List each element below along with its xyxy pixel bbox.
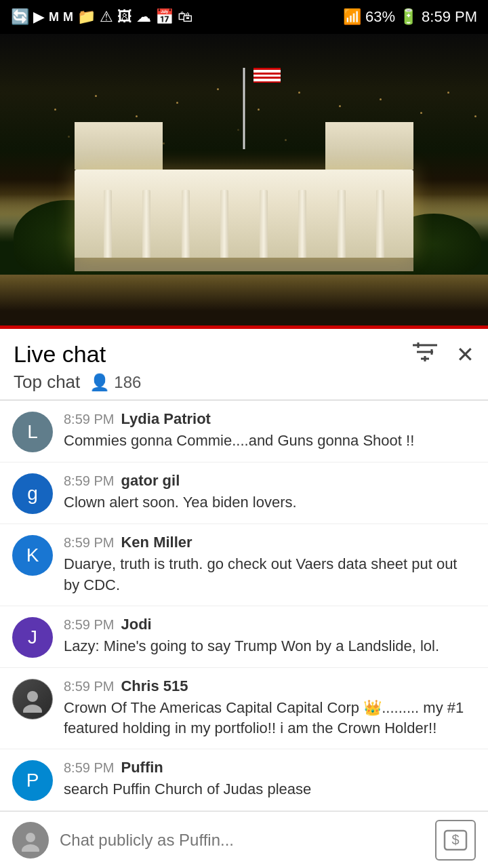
wh-base	[75, 258, 413, 271]
chat-title: Live chat	[14, 341, 106, 368]
wh-column	[338, 190, 346, 258]
sync-icon: 🔄	[11, 8, 29, 26]
svg-text:$: $	[451, 832, 459, 847]
wh-column	[260, 190, 268, 258]
svg-point-9	[22, 844, 39, 852]
chat-header: Live chat ✕ Top chat 👤 186	[0, 329, 488, 400]
message-text: Lazy: Mine's going to say Trump Won by a…	[64, 636, 476, 657]
message-meta: 8:59 PM Lydia Patriot	[64, 410, 476, 428]
chat-input[interactable]	[60, 831, 424, 850]
message-time: 8:59 PM	[64, 760, 114, 776]
wh-column	[298, 190, 306, 258]
message-author: Chris 515	[121, 677, 188, 695]
avatar: P	[12, 760, 53, 801]
chat-mode[interactable]: Top chat	[14, 372, 80, 393]
message-text: Crown Of The Americas Capital Capital Co…	[64, 698, 476, 740]
message-author: Lydia Patriot	[121, 410, 210, 428]
m-icon: M	[49, 10, 59, 24]
avatar: g	[12, 473, 53, 514]
status-icons: 🔄 ▶ M M 📁 ⚠ 🖼 ☁ 📅 🛍	[11, 8, 192, 26]
message-text: search Puffin Church of Judas please	[64, 779, 476, 800]
message-content: 8:59 PM Ken Miller Duarye, truth is trut…	[64, 534, 476, 596]
avatar: J	[12, 617, 53, 658]
wh-wing-right	[325, 122, 413, 170]
calendar-icon: 📅	[155, 8, 174, 26]
send-button[interactable]: $	[435, 820, 476, 861]
wh-column	[220, 190, 228, 258]
wh-main-building	[75, 170, 413, 258]
chat-message-1: L 8:59 PM Lydia Patriot Commies gonna Co…	[0, 401, 488, 462]
youtube-icon: ▶	[33, 8, 45, 26]
message-time: 8:59 PM	[64, 535, 114, 551]
status-bar: 🔄 ▶ M M 📁 ⚠ 🖼 ☁ 📅 🛍 📶 63% 🔋 8:59 PM	[0, 0, 488, 34]
flag	[253, 68, 281, 83]
photos-icon: 🖼	[117, 8, 132, 26]
input-user-avatar	[12, 822, 49, 859]
wifi-icon: 📶	[343, 8, 361, 26]
message-content: 8:59 PM Jodi Lazy: Mine's going to say T…	[64, 616, 476, 657]
message-author: Puffin	[121, 759, 163, 776]
white-house	[75, 122, 413, 271]
wh-column	[104, 190, 112, 258]
viewer-count: 👤 186	[89, 373, 141, 392]
avatar: L	[12, 412, 53, 452]
alert-icon: ⚠	[100, 8, 113, 26]
chat-message-5: 8:59 PM Chris 515 Crown Of The Americas …	[0, 668, 488, 750]
message-meta: 8:59 PM Puffin	[64, 759, 476, 776]
viewer-count-number: 186	[114, 373, 141, 392]
chat-message-6: P 8:59 PM Puffin search Puffin Church of…	[0, 749, 488, 811]
chat-messages-container: L 8:59 PM Lydia Patriot Commies gonna Co…	[0, 401, 488, 868]
folder-icon: 📁	[77, 8, 96, 26]
avatar	[12, 679, 53, 719]
message-time: 8:59 PM	[64, 617, 114, 633]
m2-icon: M	[63, 10, 73, 24]
svg-point-6	[27, 691, 38, 702]
message-time: 8:59 PM	[64, 679, 114, 694]
chat-message-3: K 8:59 PM Ken Miller Duarye, truth is tr…	[0, 524, 488, 606]
close-button[interactable]: ✕	[456, 342, 474, 368]
wh-column	[376, 190, 384, 258]
battery-icon: 🔋	[399, 8, 418, 26]
wh-wing-left	[75, 122, 163, 170]
chat-controls: ✕	[413, 342, 474, 368]
person-icon: 👤	[89, 373, 110, 392]
message-text: Duarye, truth is truth. go check out Vae…	[64, 554, 476, 596]
battery-level: 63%	[365, 8, 395, 26]
cloud-icon: ☁	[136, 8, 151, 26]
time-display: 8:59 PM	[422, 8, 477, 26]
message-content: 8:59 PM Puffin search Puffin Church of J…	[64, 759, 476, 800]
avatar: K	[12, 535, 53, 576]
chat-message-4: J 8:59 PM Jodi Lazy: Mine's going to say…	[0, 606, 488, 668]
message-content: 8:59 PM gator gil Clown alert soon. Yea …	[64, 472, 476, 513]
message-meta: 8:59 PM Jodi	[64, 616, 476, 633]
wh-column	[182, 190, 190, 258]
svg-point-7	[23, 705, 42, 713]
message-author: Jodi	[121, 616, 151, 633]
chat-input-bar: $	[0, 811, 488, 868]
chat-message-2: g 8:59 PM gator gil Clown alert soon. Ye…	[0, 462, 488, 524]
message-meta: 8:59 PM gator gil	[64, 472, 476, 490]
message-time: 8:59 PM	[64, 473, 114, 489]
svg-point-8	[26, 833, 35, 842]
message-time: 8:59 PM	[64, 412, 114, 427]
message-content: 8:59 PM Chris 515 Crown Of The Americas …	[64, 677, 476, 740]
status-right: 📶 63% 🔋 8:59 PM	[343, 8, 477, 26]
filter-icon[interactable]	[413, 342, 437, 366]
message-content: 8:59 PM Lydia Patriot Commies gonna Comm…	[64, 410, 476, 452]
message-text: Commies gonna Commie....and Guns gonna S…	[64, 431, 476, 452]
wh-column	[142, 190, 150, 258]
message-author: gator gil	[121, 472, 180, 490]
message-author: Ken Miller	[121, 534, 192, 551]
message-meta: 8:59 PM Ken Miller	[64, 534, 476, 551]
bag-icon: 🛍	[178, 8, 192, 26]
video-player[interactable]	[0, 34, 488, 326]
message-meta: 8:59 PM Chris 515	[64, 677, 476, 695]
message-text: Clown alert soon. Yea biden lovers.	[64, 492, 476, 513]
